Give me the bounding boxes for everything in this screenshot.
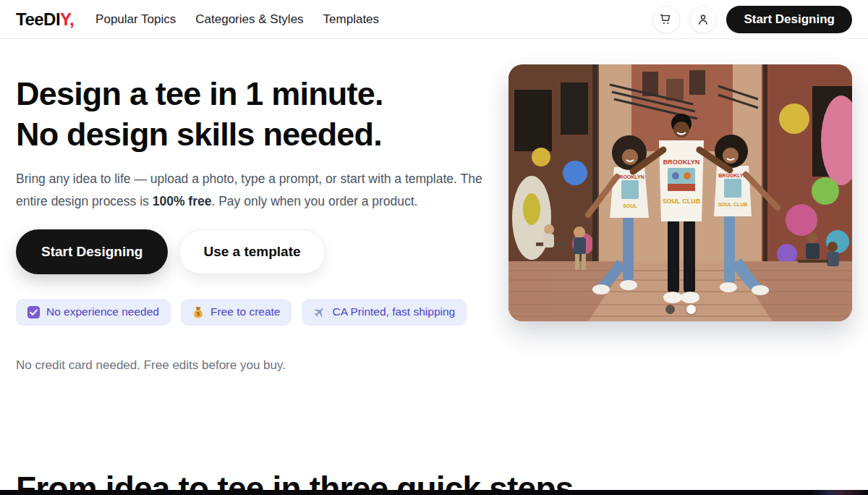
badge-free-to-create: $ Free to create bbox=[181, 299, 292, 326]
main-nav: Popular Topics Categories & Styles Templ… bbox=[95, 12, 379, 27]
nav-item-templates[interactable]: Templates bbox=[323, 12, 379, 27]
airplane-icon bbox=[313, 306, 326, 318]
logo-text-red: Y, bbox=[60, 9, 74, 29]
hero-note: No credit card needed. Free edits before… bbox=[16, 358, 852, 373]
logo[interactable]: TeeDIY, bbox=[16, 9, 74, 30]
moneybag-icon: $ bbox=[192, 306, 204, 318]
nav-item-categories-styles[interactable]: Categories & Styles bbox=[195, 12, 303, 27]
badge-label: No experience needed bbox=[46, 305, 159, 318]
bottom-dark-bar bbox=[0, 490, 868, 495]
checkbox-icon bbox=[27, 306, 40, 318]
svg-text:SOUL: SOUL bbox=[623, 203, 637, 208]
cart-button[interactable] bbox=[652, 6, 680, 33]
page: TeeDIY, Popular Topics Categories & Styl… bbox=[0, 0, 868, 495]
use-template-button[interactable]: Use a template bbox=[179, 229, 325, 274]
hero-paragraph-bold: 100% free bbox=[153, 194, 212, 208]
hero-photo-illustration: BROOKLYN SOUL BROOKLYN SOUL CLUB bbox=[509, 64, 852, 321]
carousel-dot-2[interactable] bbox=[686, 305, 696, 314]
svg-text:$: $ bbox=[197, 310, 200, 317]
header-actions: Start Designing bbox=[652, 6, 852, 33]
badge-no-experience: No experience needed bbox=[16, 299, 171, 326]
hero-paragraph-part2: . Pay only when you order a product. bbox=[211, 194, 417, 208]
user-icon bbox=[696, 12, 710, 27]
svg-text:BROOKLYN: BROOKLYN bbox=[616, 174, 644, 179]
shirt-text-line1: BROOKLYN bbox=[663, 158, 700, 166]
logo-text-black: TeeDI bbox=[16, 9, 60, 29]
badge-label: Free to create bbox=[210, 305, 281, 318]
hero-photo-card: BROOKLYN SOUL BROOKLYN SOUL CLUB bbox=[509, 64, 852, 321]
svg-text:BROOKLYN: BROOKLYN bbox=[718, 173, 746, 178]
account-button[interactable] bbox=[689, 6, 717, 33]
header-start-designing-button[interactable]: Start Designing bbox=[726, 6, 852, 33]
nav-item-popular-topics[interactable]: Popular Topics bbox=[95, 12, 176, 27]
carousel-dot-1[interactable] bbox=[665, 305, 675, 314]
carousel-dots bbox=[665, 305, 696, 314]
svg-text:SOUL CLUB: SOUL CLUB bbox=[718, 202, 748, 207]
hero-paragraph: Bring any idea to life — upload a photo,… bbox=[16, 168, 485, 213]
hero-start-designing-button[interactable]: Start Designing bbox=[16, 229, 168, 274]
header: TeeDIY, Popular Topics Categories & Styl… bbox=[0, 0, 868, 39]
badge-label: CA Printed, fast shipping bbox=[332, 305, 455, 318]
cart-icon bbox=[659, 12, 673, 27]
badge-ca-printed: CA Printed, fast shipping bbox=[302, 299, 467, 326]
shirt-text-line2: SOUL CLUB bbox=[663, 198, 701, 205]
